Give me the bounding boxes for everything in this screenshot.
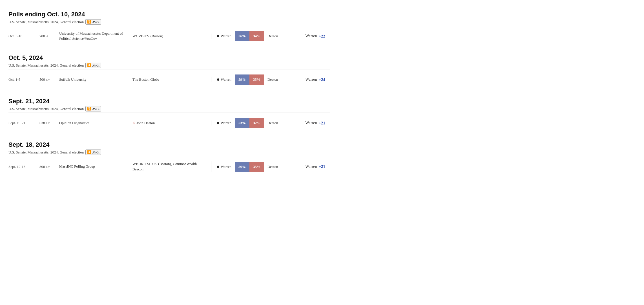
winner-margin: +21 — [318, 164, 325, 169]
poll-results-cell: Warren56%35%DeatonWarren+21 — [211, 162, 330, 172]
section-title: Oct. 5, 2024 — [8, 54, 330, 62]
winner-margin: +24 — [318, 77, 325, 82]
dem-candidate-label: Warren — [217, 164, 231, 169]
winner-name: Warren — [306, 164, 317, 169]
avg-badge[interactable]: ⏬AVG. — [85, 63, 101, 68]
poll-row: Oct. 3-10700 AUniversity of Massachusett… — [8, 26, 330, 46]
poll-pollster: Opinion Diagnostics — [59, 120, 132, 126]
avg-badge[interactable]: ⏬AVG. — [85, 150, 101, 155]
rep-candidate-label: Deaton — [267, 164, 278, 169]
poll-section-sept21: Sept. 21, 2024U.S. Senate, Massachusetts… — [8, 93, 330, 133]
sample-type: LV — [46, 165, 50, 168]
poll-results-cell: Warren56%34%DeatonWarren+22 — [211, 31, 330, 41]
poll-sample: 800 LV — [39, 164, 59, 169]
poll-sponsor: WBUR-FM 90.9 (Boston), CommonWealth Beac… — [132, 161, 211, 172]
poll-bar-group: 53%32% — [235, 118, 264, 128]
dem-dot — [217, 35, 219, 37]
dem-candidate-label: Warren — [217, 34, 231, 38]
rep-bar: 32% — [249, 118, 264, 128]
poll-sample: 638 LV — [39, 121, 59, 125]
rep-candidate-label: Deaton — [267, 121, 278, 125]
avg-badge[interactable]: ⏬AVG. — [85, 19, 101, 25]
sponsor-diamond-icon: ♢ — [132, 121, 136, 125]
section-title: Sept. 21, 2024 — [8, 98, 330, 105]
sample-type: LV — [46, 78, 50, 81]
results-inner: Warren53%32%Deaton — [217, 118, 278, 128]
avg-badge[interactable]: ⏬AVG. — [85, 106, 101, 111]
section-header: Polls ending Oct. 10, 2024U.S. Senate, M… — [8, 6, 330, 26]
poll-dates: Oct. 1-5 — [8, 77, 39, 82]
section-subtitle: U.S. Senate, Massachusetts, 2024, Genera… — [8, 150, 330, 155]
section-title: Polls ending Oct. 10, 2024 — [8, 11, 330, 18]
poll-sample: 500 LV — [39, 77, 59, 82]
dem-dot — [217, 122, 219, 124]
avg-label: AVG. — [92, 20, 99, 24]
poll-sponsor: The Boston Globe — [132, 77, 211, 82]
poll-dates: Sept. 19-21 — [8, 121, 39, 125]
dem-name: Warren — [221, 164, 231, 169]
page-container: Polls ending Oct. 10, 2024U.S. Senate, M… — [0, 0, 338, 185]
dem-bar: 56% — [235, 162, 249, 172]
poll-section-sept18: Sept. 18, 2024U.S. Senate, Massachusetts… — [8, 136, 330, 177]
winner-name: Warren — [306, 77, 317, 82]
results-outer: Warren53%32%DeatonWarren+21 — [211, 118, 325, 128]
rep-bar: 35% — [249, 74, 264, 85]
avg-label: AVG. — [92, 64, 99, 67]
avg-label: AVG. — [92, 107, 99, 111]
rep-bar: 34% — [249, 31, 264, 41]
dem-candidate-label: Warren — [217, 121, 231, 125]
poll-bar-group: 56%34% — [235, 31, 264, 41]
subtitle-text: U.S. Senate, Massachusetts, 2024, Genera… — [8, 150, 84, 155]
winner-margin: +22 — [318, 34, 325, 39]
section-subtitle: U.S. Senate, Massachusetts, 2024, Genera… — [8, 19, 330, 25]
section-header: Sept. 18, 2024U.S. Senate, Massachusetts… — [8, 136, 330, 156]
avg-label: AVG. — [92, 151, 99, 154]
poll-row: Oct. 1-5500 LVSuffolk UniversityThe Bost… — [8, 69, 330, 90]
poll-bar-group: 56%35% — [235, 162, 264, 172]
winner-margin: +21 — [318, 121, 325, 126]
poll-dates: Oct. 3-10 — [8, 34, 39, 38]
section-header: Oct. 5, 2024U.S. Senate, Massachusetts, … — [8, 49, 330, 69]
poll-results-cell: Warren53%32%DeatonWarren+21 — [211, 118, 330, 128]
sample-type: A — [46, 34, 48, 38]
dem-name: Warren — [221, 34, 231, 38]
section-header: Sept. 21, 2024U.S. Senate, Massachusetts… — [8, 93, 330, 113]
rep-bar: 35% — [249, 162, 264, 172]
dem-name: Warren — [221, 77, 231, 82]
rep-candidate-label: Deaton — [267, 77, 278, 82]
poll-pollster: MassINC Polling Group — [59, 164, 132, 169]
results-outer: Warren56%35%DeatonWarren+21 — [211, 162, 325, 172]
poll-sample: 700 A — [39, 34, 59, 38]
poll-pollster: Suffolk University — [59, 77, 132, 82]
dem-dot — [217, 166, 219, 168]
results-inner: Warren56%34%Deaton — [217, 31, 278, 41]
dem-bar: 53% — [235, 118, 249, 128]
subtitle-text: U.S. Senate, Massachusetts, 2024, Genera… — [8, 63, 84, 68]
dem-dot — [217, 78, 219, 81]
poll-section-oct5: Oct. 5, 2024U.S. Senate, Massachusetts, … — [8, 49, 330, 90]
rep-candidate-label: Deaton — [267, 34, 278, 38]
avg-icon: ⏬ — [87, 150, 91, 154]
poll-row: Sept. 12-18800 LVMassINC Polling GroupWB… — [8, 156, 330, 177]
poll-results-cell: Warren59%35%DeatonWarren+24 — [211, 74, 330, 85]
subtitle-text: U.S. Senate, Massachusetts, 2024, Genera… — [8, 20, 84, 24]
poll-pollster: University of Massachusetts Department o… — [59, 31, 132, 41]
avg-icon: ⏬ — [87, 20, 91, 24]
poll-sponsor: ♢John Deaton — [132, 120, 211, 126]
poll-winner: Warren+22 — [297, 34, 325, 39]
poll-dates: Sept. 12-18 — [8, 164, 39, 169]
section-subtitle: U.S. Senate, Massachusetts, 2024, Genera… — [8, 106, 330, 111]
section-title: Sept. 18, 2024 — [8, 141, 330, 148]
poll-bar-group: 59%35% — [235, 74, 264, 85]
poll-winner: Warren+21 — [297, 121, 325, 126]
results-inner: Warren59%35%Deaton — [217, 74, 278, 85]
dem-candidate-label: Warren — [217, 77, 231, 82]
poll-winner: Warren+24 — [297, 77, 325, 82]
dem-name: Warren — [221, 121, 231, 125]
winner-name: Warren — [306, 34, 317, 38]
results-inner: Warren56%35%Deaton — [217, 162, 278, 172]
results-outer: Warren59%35%DeatonWarren+24 — [211, 74, 325, 85]
subtitle-text: U.S. Senate, Massachusetts, 2024, Genera… — [8, 107, 84, 111]
avg-icon: ⏬ — [87, 63, 91, 67]
dem-bar: 56% — [235, 31, 249, 41]
